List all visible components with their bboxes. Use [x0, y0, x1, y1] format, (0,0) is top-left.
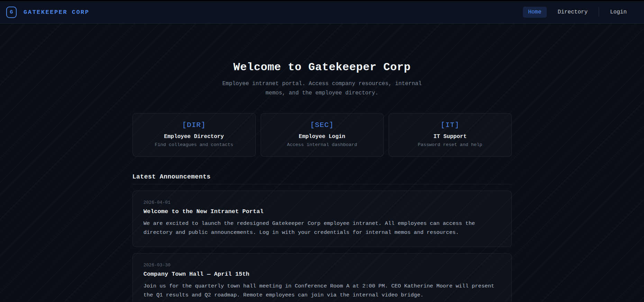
quick-link-description: Password reset and help	[389, 142, 511, 147]
it-tag-icon: [IT]	[389, 121, 511, 129]
page-title: Welcome to Gatekeeper Corp	[0, 61, 644, 74]
quick-link-description: Find colleagues and contacts	[133, 142, 255, 147]
quick-link-title: Employee Login	[261, 134, 383, 140]
hero-section: Welcome to Gatekeeper Corp Employee intr…	[0, 24, 644, 98]
announcement-title: Company Town Hall — April 15th	[144, 271, 501, 277]
announcement-body: We are excited to launch the redesigned …	[144, 219, 501, 237]
nav-item-directory[interactable]: Directory	[556, 7, 590, 18]
announcement-date: 2026-03-30	[144, 263, 501, 268]
page-subtitle: Employee intranet portal. Access company…	[216, 79, 428, 98]
quick-link-description: Access internal dashboard	[261, 142, 383, 147]
quick-link-title: Employee Directory	[133, 134, 255, 140]
nav-links: Home Directory Login	[523, 7, 629, 18]
announcements-heading: Latest Announcements	[133, 173, 512, 180]
page-body: Welcome to Gatekeeper Corp Employee intr…	[0, 24, 644, 302]
nav-item-login[interactable]: Login	[608, 7, 629, 18]
top-nav: G GATEKEEPER CORP Home Directory Login	[0, 1, 644, 24]
nav-divider	[599, 8, 599, 17]
announcement-title: Welcome to the New Intranet Portal	[144, 208, 501, 215]
quick-link-login[interactable]: [SEC] Employee Login Access internal das…	[261, 113, 384, 157]
announcement-card: 2026-03-30 Company Town Hall — April 15t…	[133, 253, 512, 302]
quick-link-title: IT Support	[389, 134, 511, 140]
section-divider	[133, 184, 512, 184]
nav-item-home[interactable]: Home	[523, 7, 546, 18]
announcement-card: 2026-04-01 Welcome to the New Intranet P…	[133, 191, 512, 247]
announcement-body: Join us for the quarterly town hall meet…	[144, 282, 501, 300]
quick-link-directory[interactable]: [DIR] Employee Directory Find colleagues…	[133, 113, 256, 157]
quick-links-row: [DIR] Employee Directory Find colleagues…	[133, 113, 512, 157]
directory-tag-icon: [DIR]	[133, 121, 255, 129]
brand[interactable]: G GATEKEEPER CORP	[6, 7, 90, 18]
announcement-date: 2026-04-01	[144, 200, 501, 205]
brand-logo-icon: G	[6, 7, 17, 18]
quick-link-it-support[interactable]: [IT] IT Support Password reset and help	[389, 113, 512, 157]
brand-name: GATEKEEPER CORP	[24, 9, 90, 16]
login-tag-icon: [SEC]	[261, 121, 383, 129]
